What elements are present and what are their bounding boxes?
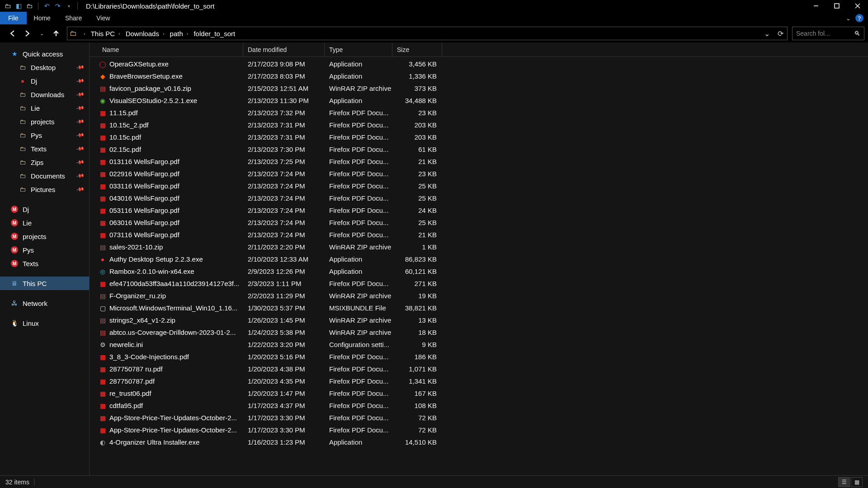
file-row[interactable]: ▦063016 WellsFargo.pdf2/13/2023 7:24 PMF… xyxy=(90,216,868,229)
file-row[interactable]: ◎Rambox-2.0.10-win-x64.exe2/9/2023 12:26… xyxy=(90,265,868,277)
file-row[interactable]: ▦022916 WellsFargo.pdf2/13/2023 7:24 PMF… xyxy=(90,168,868,180)
qat-separator xyxy=(77,2,78,9)
file-row[interactable]: ▦053116 WellsFargo.pdf2/13/2023 7:24 PMF… xyxy=(90,204,868,216)
view-large-icons-button[interactable]: ▦ xyxy=(851,477,863,487)
file-row[interactable]: ●Authy Desktop Setup 2.2.3.exe2/10/2023 … xyxy=(90,253,868,265)
address-history-dropdown[interactable]: ⌄ xyxy=(760,27,774,40)
file-row[interactable]: ▤abtco.us-Coverage-Drilldown-2023-01-2..… xyxy=(90,326,868,338)
breadcrumb-current[interactable]: folder_to_sort xyxy=(193,30,236,38)
chevron-right-icon[interactable]: › xyxy=(118,31,120,36)
view-details-button[interactable]: ☰ xyxy=(838,477,850,487)
breadcrumb-path[interactable]: path› xyxy=(169,30,193,38)
file-row[interactable]: ◯OperaGXSetup.exe2/17/2023 9:08 PMApplic… xyxy=(90,58,868,70)
sidebar-mega-dj[interactable]: MDj xyxy=(0,202,89,216)
sidebar-mega-pys[interactable]: MPys xyxy=(0,243,89,257)
file-name: Authy Desktop Setup 2.2.3.exe xyxy=(108,255,243,263)
sidebar-mega-texts[interactable]: MTexts xyxy=(0,257,89,270)
sidebar-this-pc[interactable]: 🖥 This PC xyxy=(0,277,89,290)
chevron-right-icon[interactable]: › xyxy=(187,31,189,36)
file-row[interactable]: ▦10.15c.pdf2/13/2023 7:31 PMFirefox PDF … xyxy=(90,131,868,143)
sidebar-network[interactable]: 🖧 Network xyxy=(0,296,89,310)
file-row[interactable]: ◐4-Organizer Ultra Installer.exe1/16/202… xyxy=(90,436,868,448)
tab-home[interactable]: Home xyxy=(27,12,58,24)
sidebar-mega-projects[interactable]: Mprojects xyxy=(0,230,89,243)
file-row[interactable]: ▤strings2_x64_v1-2.zip1/26/2023 1:45 PMW… xyxy=(90,314,868,326)
nav-up-button[interactable] xyxy=(50,27,62,40)
file-row[interactable]: ◆BraveBrowserSetup.exe2/17/2023 8:03 PMA… xyxy=(90,70,868,82)
sidebar-linux[interactable]: 🐧 Linux xyxy=(0,316,89,330)
sidebar-item-texts[interactable]: 🗀Texts📌 xyxy=(0,142,89,155)
sidebar-item-zips[interactable]: 🗀Zips📌 xyxy=(0,155,89,169)
sidebar-item-lie[interactable]: 🗀Lie📌 xyxy=(0,101,89,115)
file-row[interactable]: ▦033116 WellsFargo.pdf2/13/2023 7:24 PMF… xyxy=(90,180,868,192)
sidebar-item-label: Pys xyxy=(31,131,42,139)
file-row[interactable]: ⚙newrelic.ini1/22/2023 3:20 PMConfigurat… xyxy=(90,338,868,351)
column-header-date[interactable]: Date modified xyxy=(243,42,325,56)
file-name: 4-Organizer Ultra Installer.exe xyxy=(108,438,243,446)
search-input[interactable]: Search fol... 🔍︎ xyxy=(792,27,864,40)
file-row[interactable]: ◉VisualSEOStudio-2.5.2.1.exe2/13/2023 11… xyxy=(90,94,868,107)
file-row[interactable]: ▦02.15c.pdf2/13/2023 7:30 PMFirefox PDF … xyxy=(90,143,868,155)
tab-file[interactable]: File xyxy=(0,12,27,24)
close-button[interactable] xyxy=(847,0,868,12)
qat-dropdown-icon[interactable]: ▾ xyxy=(65,2,73,10)
file-row[interactable]: ▦re_trust06.pdf1/20/2023 1:47 PMFirefox … xyxy=(90,387,868,399)
file-row[interactable]: ▦3_8_3-Code-Injections.pdf1/20/2023 5:16… xyxy=(90,351,868,363)
column-header-size[interactable]: Size xyxy=(392,42,442,56)
sidebar-item-projects[interactable]: 🗀projects📌 xyxy=(0,115,89,128)
file-row[interactable]: ▦287750787.pdf1/20/2023 4:35 PMFirefox P… xyxy=(90,375,868,387)
sidebar-item-downloads[interactable]: 🗀Downloads📌 xyxy=(0,88,89,101)
sidebar-item-documents[interactable]: 🗀Documents📌 xyxy=(0,169,89,183)
file-type: Firefox PDF Docu... xyxy=(325,170,392,178)
chevron-right-icon[interactable]: › xyxy=(163,31,165,36)
column-header-name[interactable]: Name xyxy=(98,42,243,56)
address-bar[interactable]: 🗀 › This PC› Downloads› path› folder_to_… xyxy=(67,27,788,40)
file-date: 1/17/2023 3:30 PM xyxy=(243,426,325,434)
sidebar-quick-access[interactable]: ★ Quick access xyxy=(0,47,89,61)
sidebar-mega-lie[interactable]: MLie xyxy=(0,216,89,230)
nav-forward-button[interactable] xyxy=(21,27,33,40)
search-icon[interactable]: 🔍︎ xyxy=(854,30,860,37)
chevron-right-icon[interactable]: › xyxy=(84,31,85,36)
qat-newfolder-icon[interactable]: 🗀 xyxy=(25,2,33,10)
file-row[interactable]: ▢Microsoft.WindowsTerminal_Win10_1.16...… xyxy=(90,302,868,314)
file-row[interactable]: ▤favicon_package_v0.16.zip2/15/2023 12:5… xyxy=(90,82,868,94)
minimize-button[interactable] xyxy=(806,0,826,12)
file-row[interactable]: ▦App-Store-Price-Tier-Updates-October-2.… xyxy=(90,412,868,424)
qat-redo-icon[interactable]: ↷ xyxy=(54,2,62,10)
file-row[interactable]: ▤sales-2021-10.zip2/11/2023 2:20 PMWinRA… xyxy=(90,241,868,253)
file-row[interactable]: ▦287750787 ru.pdf1/20/2023 4:38 PMFirefo… xyxy=(90,363,868,375)
file-row[interactable]: ▦10.15c_2.pdf2/13/2023 7:31 PMFirefox PD… xyxy=(90,119,868,131)
qat-undo-icon[interactable]: ↶ xyxy=(43,2,51,10)
file-row[interactable]: ▦efe47100da53ff3aa41a110d23914127e3f...2… xyxy=(90,277,868,290)
linux-icon: 🐧 xyxy=(10,319,19,327)
refresh-button[interactable]: ⟳ xyxy=(774,27,787,40)
file-row[interactable]: ▦11.15.pdf2/13/2023 7:32 PMFirefox PDF D… xyxy=(90,107,868,119)
help-icon[interactable]: ? xyxy=(855,14,863,22)
file-row[interactable]: ▦013116 WellsFargo.pdf2/13/2023 7:25 PMF… xyxy=(90,155,868,168)
nav-recent-dropdown[interactable]: ⌄ xyxy=(35,27,48,40)
sidebar-item-label: Dj xyxy=(23,206,29,213)
file-row[interactable]: ▦073116 WellsFargo.pdf2/13/2023 7:24 PMF… xyxy=(90,229,868,241)
breadcrumb-downloads[interactable]: Downloads› xyxy=(125,30,169,38)
breadcrumb-this-pc[interactable]: This PC› xyxy=(90,30,125,38)
maximize-button[interactable] xyxy=(826,0,847,12)
qat-properties-icon[interactable]: ◧ xyxy=(14,2,23,10)
sidebar-item-pictures[interactable]: 🗀Pictures📌 xyxy=(0,183,89,196)
nav-back-button[interactable] xyxy=(6,27,19,40)
tab-view[interactable]: View xyxy=(89,12,117,24)
file-type: MSIXBUNDLE File xyxy=(325,304,392,312)
file-icon: ▦ xyxy=(98,158,108,165)
file-row[interactable]: ▦cdtfa95.pdf1/17/2023 4:37 PMFirefox PDF… xyxy=(90,399,868,412)
sidebar-item-pys[interactable]: 🗀Pys📌 xyxy=(0,128,89,142)
tab-share[interactable]: Share xyxy=(58,12,89,24)
file-row[interactable]: ▤F-Organizer_ru.zip2/2/2023 11:29 PMWinR… xyxy=(90,290,868,302)
file-row[interactable]: ▦App-Store-Price-Tier-Updates-October-2.… xyxy=(90,424,868,436)
file-type: Firefox PDF Docu... xyxy=(325,389,392,397)
sidebar-item-dj[interactable]: ●Dj📌 xyxy=(0,74,89,88)
sidebar-item-label: Texts xyxy=(31,145,47,153)
sidebar-item-desktop[interactable]: 🗀Desktop📌 xyxy=(0,61,89,74)
column-header-type[interactable]: Type xyxy=(325,42,392,56)
ribbon-collapse-icon[interactable]: ⌄ xyxy=(846,15,851,22)
file-row[interactable]: ▦043016 WellsFargo.pdf2/13/2023 7:24 PMF… xyxy=(90,192,868,204)
